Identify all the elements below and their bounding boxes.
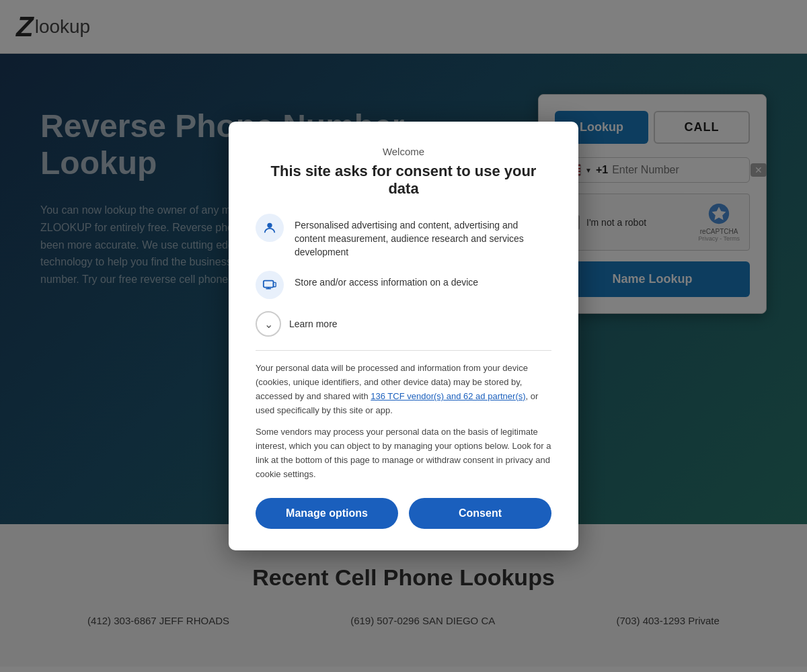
learn-more-button[interactable]: ⌄	[256, 311, 281, 337]
consent-item-2-text: Store and/or access information on a dev…	[295, 271, 478, 290]
consent-button[interactable]: Consent	[409, 498, 551, 529]
modal-divider	[256, 350, 551, 351]
personalised-ads-icon	[256, 214, 284, 242]
consent-item-2: Store and/or access information on a dev…	[256, 271, 551, 299]
modal-title: This site asks for consent to use your d…	[256, 163, 551, 198]
manage-options-button[interactable]: Manage options	[256, 498, 398, 529]
svg-rect-1	[264, 281, 274, 288]
modal-welcome: Welcome	[256, 146, 551, 157]
modal-overlay: Welcome This site asks for consent to us…	[0, 0, 807, 672]
modal-footer-text: Some vendors may process your personal d…	[256, 425, 551, 481]
vendor-link[interactable]: 136 TCF vendor(s) and 62 ad partner(s)	[371, 391, 525, 401]
consent-modal: Welcome This site asks for consent to us…	[229, 122, 578, 550]
consent-item-1-text: Personalised advertising and content, ad…	[295, 214, 551, 259]
device-access-icon	[256, 271, 284, 299]
svg-rect-2	[274, 283, 276, 287]
learn-more-row: ⌄ Learn more	[256, 311, 551, 337]
consent-item-1: Personalised advertising and content, ad…	[256, 214, 551, 259]
learn-more-label: Learn more	[289, 319, 338, 329]
svg-point-0	[267, 223, 272, 228]
modal-buttons: Manage options Consent	[256, 498, 551, 529]
modal-body-text: Your personal data will be processed and…	[256, 362, 551, 417]
